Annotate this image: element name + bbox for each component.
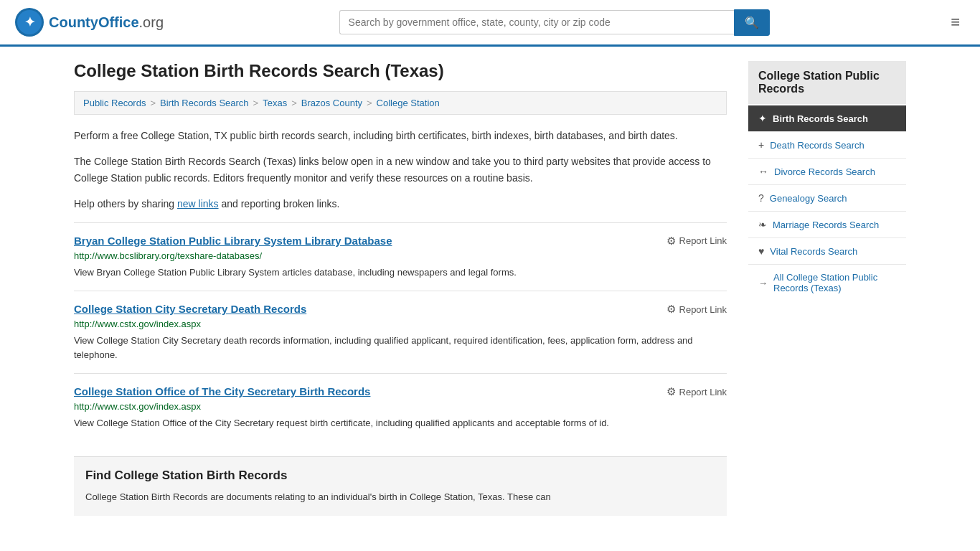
menu-button[interactable]: ≡ [945,10,966,34]
result-title-3[interactable]: College Station Office of The City Secre… [74,385,370,397]
search-button[interactable]: 🔍 [734,9,770,36]
death-records-icon: + [758,139,764,151]
page-title: College Station Birth Records Search (Te… [74,61,727,81]
result-url-2[interactable]: http://www.cstx.gov/index.aspx [74,319,727,329]
logo-area: ✦ CountyOffice.org [14,7,164,37]
sidebar-label-divorce: Divorce Records Search [774,166,875,177]
report-icon-1: ⚙ [666,235,676,248]
desc-para-3: Help others by sharing new links and rep… [74,196,727,212]
main-container: College Station Birth Records Search (Te… [60,47,920,530]
report-label-2: Report Link [679,304,727,315]
sidebar-title: College Station Public Records [748,61,906,104]
report-link-btn-1[interactable]: ⚙ Report Link [666,235,727,248]
result-title-1[interactable]: Bryan College Station Public Library Sys… [74,235,392,247]
desc-para-3-after: and reporting broken links. [219,198,340,209]
genealogy-icon: ? [758,192,764,204]
breadcrumb-sep-3: > [291,98,297,108]
vital-records-icon: ♥ [758,245,764,257]
report-label-1: Report Link [679,235,727,246]
sidebar-label-birth: Birth Records Search [773,113,868,124]
sidebar-label-marriage: Marriage Records Search [773,220,879,230]
breadcrumb-birth-records[interactable]: Birth Records Search [160,98,249,108]
report-icon-3: ⚙ [666,385,676,398]
sidebar-all-label: All College Station Public Records (Texa… [773,272,896,293]
birth-records-icon: ✦ [758,113,767,124]
result-url-3[interactable]: http://www.cstx.gov/index.aspx [74,401,727,412]
sidebar-item-birth-records[interactable]: ✦ Birth Records Search [748,105,906,132]
report-link-btn-3[interactable]: ⚙ Report Link [666,385,727,398]
hamburger-icon: ≡ [951,13,960,31]
result-url-1[interactable]: http://www.bcslibrary.org/texshare-datab… [74,250,727,261]
desc-para-2: The College Station Birth Records Search… [74,154,727,186]
find-desc: College Station Birth Records are docume… [85,490,715,505]
sidebar: College Station Public Records ✦ Birth R… [748,61,906,516]
sidebar-item-genealogy[interactable]: ? Genealogy Search [748,185,906,212]
breadcrumb-sep-1: > [150,98,156,108]
logo-icon: ✦ [14,7,44,37]
sidebar-all-records[interactable]: → All College Station Public Records (Te… [748,265,906,301]
divorce-records-icon: ↔ [758,166,768,177]
find-section: Find College Station Birth Records Colle… [74,456,727,517]
report-icon-2: ⚙ [666,303,676,316]
find-title: Find College Station Birth Records [85,468,715,483]
svg-text:✦: ✦ [24,15,35,29]
sidebar-label-death: Death Records Search [770,140,864,151]
result-desc-2: View College Station City Secretary deat… [74,334,727,362]
content: College Station Birth Records Search (Te… [74,61,727,516]
result-item-1: Bryan College Station Public Library Sys… [74,222,727,291]
sidebar-item-marriage-records[interactable]: ❧ Marriage Records Search [748,212,906,238]
result-header-3: College Station Office of The City Secre… [74,385,727,398]
breadcrumb-sep-4: > [367,98,372,108]
search-area: 🔍 [339,9,770,36]
search-input[interactable] [339,10,734,34]
header: ✦ CountyOffice.org 🔍 ≡ [0,0,980,47]
sidebar-item-vital-records[interactable]: ♥ Vital Records Search [748,238,906,265]
new-links-link[interactable]: new links [177,198,219,209]
result-header-1: Bryan College Station Public Library Sys… [74,235,727,248]
marriage-records-icon: ❧ [758,219,767,230]
breadcrumb-texas[interactable]: Texas [263,98,287,108]
breadcrumb-sep-2: > [253,98,259,108]
breadcrumb-college-station[interactable]: College Station [377,98,440,108]
all-records-arrow: → [758,278,768,288]
desc-para-1: Perform a free College Station, TX publi… [74,128,727,143]
breadcrumb-public-records[interactable]: Public Records [83,98,146,108]
breadcrumb: Public Records > Birth Records Search > … [74,91,727,115]
sidebar-item-divorce-records[interactable]: ↔ Divorce Records Search [748,159,906,185]
desc-para-3-before: Help others by sharing [74,198,177,209]
result-item-3: College Station Office of The City Secre… [74,373,727,442]
result-desc-1: View Bryan College Station Public Librar… [74,265,727,280]
sidebar-label-vital: Vital Records Search [770,246,857,257]
logo-text: CountyOffice.org [49,14,164,31]
report-link-btn-2[interactable]: ⚙ Report Link [666,303,727,316]
search-icon: 🔍 [745,17,759,29]
report-label-3: Report Link [679,387,727,397]
sidebar-label-genealogy: Genealogy Search [770,193,847,204]
breadcrumb-brazos[interactable]: Brazos County [301,98,362,108]
result-item-2: College Station City Secretary Death Rec… [74,291,727,373]
result-desc-3: View College Station Office of the City … [74,416,727,430]
sidebar-item-death-records[interactable]: + Death Records Search [748,132,906,159]
result-header-2: College Station City Secretary Death Rec… [74,303,727,316]
result-title-2[interactable]: College Station City Secretary Death Rec… [74,303,306,315]
